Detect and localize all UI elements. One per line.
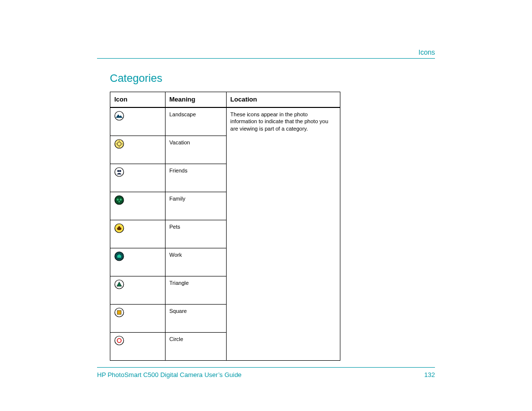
categories-table: Icon Meaning Location Landscape These ic…: [110, 92, 340, 361]
section-title: Categories: [110, 72, 162, 85]
family-icon: [114, 195, 124, 205]
header-section-label: Icons: [419, 48, 435, 56]
svg-point-16: [118, 226, 120, 228]
svg-point-11: [117, 198, 119, 200]
svg-point-23: [115, 336, 124, 345]
work-icon: [114, 251, 124, 261]
col-header-meaning: Meaning: [165, 92, 226, 107]
svg-point-8: [117, 170, 119, 172]
header-divider: [97, 58, 435, 59]
table-header-row: Icon Meaning Location: [110, 92, 340, 107]
triangle-icon: [114, 279, 124, 289]
table-row: Landscape These icons appear in the phot…: [110, 107, 340, 136]
svg-rect-18: [117, 255, 121, 258]
svg-point-13: [118, 201, 120, 202]
pets-icon: [114, 223, 124, 233]
meaning-cell: Vacation: [165, 136, 226, 164]
meaning-cell: Circle: [165, 332, 226, 360]
vacation-icon: [114, 139, 124, 149]
col-header-icon: Icon: [110, 92, 166, 107]
footer-guide-title: HP PhotoSmart C500 Digital Camera User’s…: [97, 371, 241, 378]
meaning-cell: Work: [165, 248, 226, 276]
circle-icon: [114, 336, 124, 345]
meaning-cell: Landscape: [165, 107, 226, 136]
meaning-cell: Friends: [165, 164, 226, 192]
svg-point-12: [120, 198, 122, 200]
friends-icon: [114, 167, 124, 177]
svg-point-10: [115, 196, 124, 205]
landscape-icon: [114, 111, 124, 121]
footer-divider: [97, 367, 435, 368]
svg-rect-19: [118, 254, 120, 255]
col-header-location: Location: [226, 92, 340, 107]
square-icon: [114, 308, 124, 317]
meaning-cell: Pets: [165, 220, 226, 248]
svg-point-7: [115, 168, 124, 176]
footer-page-number: 132: [424, 371, 435, 378]
meaning-cell: Family: [165, 192, 226, 220]
meaning-cell: Triangle: [165, 276, 226, 304]
svg-rect-22: [117, 310, 121, 314]
svg-point-9: [119, 170, 121, 172]
location-cell: These icons appear in the photo informat…: [226, 107, 340, 361]
meaning-cell: Square: [165, 304, 226, 332]
